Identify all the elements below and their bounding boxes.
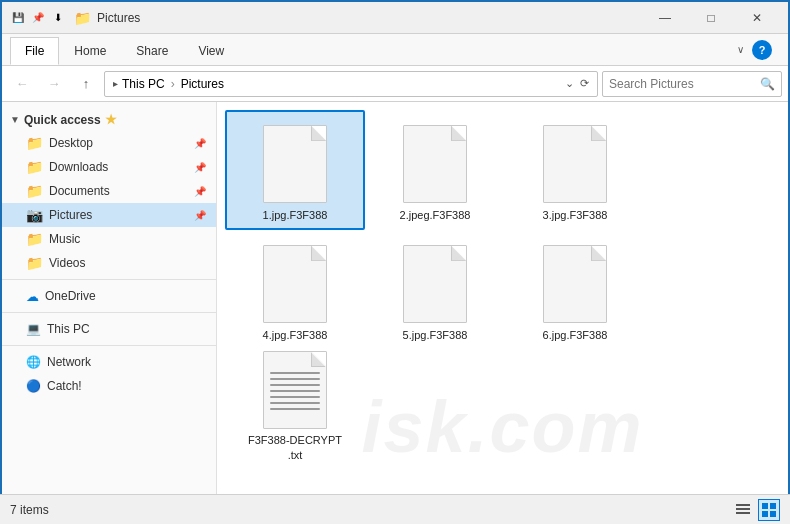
file-name: 1.jpg.F3F388 [263,208,328,222]
svg-rect-5 [762,511,768,517]
list-item[interactable]: F3F388-DECRYPT.txt [225,350,365,470]
sidebar-label-music: Music [49,232,80,246]
sidebar-label-documents: Documents [49,184,110,198]
main-area: ▼ Quick access ★ 📁 Desktop 📌 📁 Downloads… [2,102,788,498]
list-view-icon [736,503,750,517]
list-item[interactable]: 5.jpg.F3F388 [365,230,505,350]
music-folder-icon: 📁 [26,231,43,247]
file-page-icon [263,125,327,203]
quick-access-header[interactable]: ▼ Quick access ★ [2,108,216,131]
quick-access-chevron: ▼ [10,114,20,125]
file-thumbnail [535,244,615,324]
list-item[interactable]: 4.jpg.F3F388 [225,230,365,350]
file-thumbnail [255,351,335,429]
file-page-icon [403,245,467,323]
search-box[interactable]: 🔍 [602,71,782,97]
downloads-folder-icon: 📁 [26,159,43,175]
help-button[interactable]: ? [752,40,772,60]
breadcrumb-thispc[interactable]: This PC [122,77,165,91]
file-thumbnail [535,124,615,204]
file-thumbnail [255,124,335,204]
up-button[interactable]: ↑ [72,70,100,98]
address-dropdown-arrow[interactable]: ⌄ [565,77,574,90]
sidebar-item-desktop[interactable]: 📁 Desktop 📌 [2,131,216,155]
list-item[interactable]: 2.jpeg.F3F388 [365,110,505,230]
pictures-pin-icon: 📌 [194,210,206,221]
svg-rect-1 [736,508,750,510]
quick-access-toolbar[interactable]: 💾 📌 ⬇ [10,10,66,26]
thispc-icon: 💻 [26,322,41,336]
sidebar-item-videos[interactable]: 📁 Videos [2,251,216,275]
svg-rect-4 [770,503,776,509]
search-input[interactable] [609,77,756,91]
search-icon[interactable]: 🔍 [760,77,775,91]
window-title-area: 📁 Pictures [74,10,642,26]
sidebar-item-thispc[interactable]: 💻 This PC [2,317,216,341]
sidebar-item-catch[interactable]: 🔵 Catch! [2,374,216,398]
sidebar-item-documents[interactable]: 📁 Documents 📌 [2,179,216,203]
close-button[interactable]: ✕ [734,2,780,34]
pin-icon[interactable]: 📌 [30,10,46,26]
sidebar-item-music[interactable]: 📁 Music [2,227,216,251]
svg-rect-6 [770,511,776,517]
quick-access-star-icon: ★ [105,112,117,127]
list-item[interactable]: 1.jpg.F3F388 [225,110,365,230]
tab-share[interactable]: Share [121,37,183,65]
maximize-button[interactable]: □ [688,2,734,34]
svg-rect-2 [736,512,750,514]
file-area: isk.com 1.jpg.F3F388 2.jpeg.F3F388 3.jpg… [217,102,788,498]
tiles-view-icon [762,503,776,517]
file-page-icon [263,245,327,323]
sidebar-label-network: Network [47,355,91,369]
refresh-button[interactable]: ⟳ [580,77,589,90]
breadcrumb-pictures[interactable]: Pictures [181,77,224,91]
tiles-view-button[interactable] [758,499,780,521]
minimize-button[interactable]: — [642,2,688,34]
file-page-icon [543,245,607,323]
network-icon: 🌐 [26,355,41,369]
sidebar-item-network[interactable]: 🌐 Network [2,350,216,374]
sidebar-label-downloads: Downloads [49,160,108,174]
desktop-folder-icon: 📁 [26,135,43,151]
dropdown-arrow-icon[interactable]: ⬇ [50,10,66,26]
sidebar-label-catch: Catch! [47,379,82,393]
file-thumbnail [395,244,475,324]
ribbon-help-area: ∨ ? [737,34,780,65]
file-thumbnail [255,244,335,324]
tab-file[interactable]: File [10,37,59,65]
ribbon-collapse-icon[interactable]: ∨ [737,44,744,55]
sidebar-label-videos: Videos [49,256,85,270]
ribbon-tabs: File Home Share View ∨ ? [2,34,788,65]
window-controls[interactable]: — □ ✕ [642,2,780,34]
list-view-button[interactable] [732,499,754,521]
view-buttons[interactable] [732,499,780,521]
sidebar-label-thispc: This PC [47,322,90,336]
sidebar-item-onedrive[interactable]: ☁ OneDrive [2,284,216,308]
watermark: isk.com [361,386,643,468]
back-button[interactable]: ← [8,70,36,98]
sidebar-divider-1 [2,279,216,280]
videos-folder-icon: 📁 [26,255,43,271]
file-name: 5.jpg.F3F388 [403,328,468,342]
address-bar[interactable]: ▸ This PC › Pictures ⌄ ⟳ [104,71,598,97]
ribbon: File Home Share View ∨ ? [2,34,788,66]
file-page-icon [403,125,467,203]
tab-view[interactable]: View [183,37,239,65]
address-dropdown[interactable]: ⌄ ⟳ [565,77,589,90]
list-item[interactable]: 6.jpg.F3F388 [505,230,645,350]
sidebar-item-pictures[interactable]: 📷 Pictures 📌 [2,203,216,227]
save-icon[interactable]: 💾 [10,10,26,26]
address-path: This PC › Pictures [122,77,224,91]
sidebar-label-onedrive: OneDrive [45,289,96,303]
file-name: 6.jpg.F3F388 [543,328,608,342]
tab-home[interactable]: Home [59,37,121,65]
catch-icon: 🔵 [26,379,41,393]
pictures-folder-icon: 📷 [26,207,43,223]
status-bar: 7 items [0,494,790,524]
list-item[interactable]: 3.jpg.F3F388 [505,110,645,230]
file-name: 3.jpg.F3F388 [543,208,608,222]
forward-button[interactable]: → [40,70,68,98]
address-expand-icon: ▸ [113,78,118,89]
window-title: Pictures [97,11,140,25]
sidebar-item-downloads[interactable]: 📁 Downloads 📌 [2,155,216,179]
